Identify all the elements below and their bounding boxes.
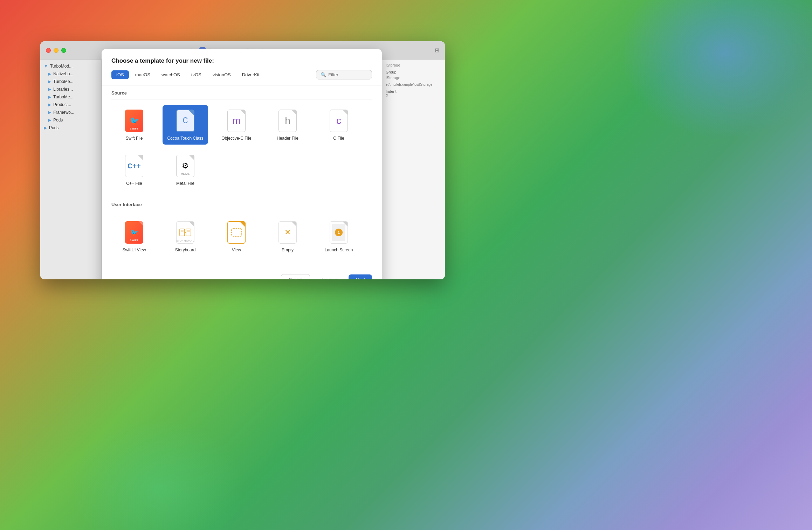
tab-bar: iOS macOS watchOS tvOS visionOS DriverKi… [111,70,372,79]
folder-icon: ▶ [48,87,51,92]
tab-ios[interactable]: iOS [111,70,129,79]
template-c-file[interactable]: c C File [316,105,362,145]
swiftui-view-label: SwiftUI View [122,247,146,253]
sidebar: ▼ TurboMod... ▶ NativeLo... ▶ TurboMe...… [40,60,102,279]
close-button[interactable] [46,48,51,53]
layout-toggle[interactable]: ⊞ [435,47,439,54]
template-header-file[interactable]: h Header File [265,105,310,145]
sidebar-item-turbome2[interactable]: ▶ TurboMe... [40,93,101,101]
group-label: Group [386,70,441,74]
template-launch-screen[interactable]: 1 Launch Screen [316,217,362,257]
right-panel: IStorage Group IStorage ef/tmp/leExample… [382,60,445,279]
sidebar-item-pods1[interactable]: ▶ Pods [40,116,101,124]
template-swift-file[interactable]: 🐦 SWIFT Swift File [111,105,157,145]
sidebar-label: TurboMe... [53,95,74,99]
titlebar-toolbar: ⊞ [435,47,439,54]
template-metal-file[interactable]: ⚙ METAL Metal File [163,150,208,190]
sidebar-item-nativelo[interactable]: ▶ NativeLo... [40,70,101,78]
tab-watchos[interactable]: watchOS [157,70,185,79]
template-storyboard[interactable]: STORYBOARD Storyboard [163,217,208,257]
header-file-icon: h [277,109,298,133]
view-label: View [232,247,241,253]
view-icon [226,220,247,245]
traffic-lights [46,48,66,53]
template-cocoa-touch-class[interactable]: C Cocoa Touch Class [163,105,208,145]
right-panel-label: IStorage [386,63,441,67]
swift-file-icon: 🐦 SWIFT [124,109,145,133]
sidebar-label: NativeLo... [53,71,73,76]
folder-icon: ▶ [48,110,51,115]
indent-label: Indent [386,89,441,93]
template-cpp-file[interactable]: C++ C++ File [111,150,157,190]
user-interface-section-label: User Interface [111,197,372,211]
storage-label: IStorage [386,76,441,80]
cpp-file-icon: C++ [124,154,145,178]
launch-screen-icon: 1 [328,220,349,245]
source-section-label: Source [111,85,372,99]
svg-rect-1 [181,230,184,232]
minimize-button[interactable] [54,48,59,53]
cocoa-touch-class-label: Cocoa Touch Class [167,136,203,141]
next-button[interactable]: Next [349,274,372,279]
swift-file-label: Swift File [126,136,143,141]
folder-icon: ▶ [48,118,51,123]
cocoa-touch-class-icon: C [175,109,196,133]
sidebar-item-framewo[interactable]: ▶ Framewo... [40,109,101,116]
template-empty[interactable]: ✕ Empty [265,217,310,257]
filter-container: 🔍 [316,70,372,79]
tab-driverkit[interactable]: DriverKit [237,70,264,79]
header-file-label: Header File [277,136,298,141]
objective-c-icon: m [226,109,247,133]
sidebar-item-turbome1[interactable]: ▶ TurboMe... [40,78,101,85]
modal-title: Choose a template for your new file: [111,57,372,64]
sidebar-item-turbomod[interactable]: ▼ TurboMod... [40,62,101,70]
sidebar-label: Pods [53,118,63,123]
folder-icon: ▶ [48,71,51,76]
filter-icon: 🔍 [321,72,326,77]
main-content: Choose a template for your new file: iOS… [102,60,382,279]
cpp-file-label: C++ File [126,181,142,187]
main-window: ▶ A TurboModule... › Finished runnin... … [40,41,445,279]
template-swiftui-view[interactable]: 🐦 SWIFT SwiftUI View [111,217,157,257]
sidebar-item-libraries[interactable]: ▶ Libraries... [40,85,101,93]
source-template-grid: 🐦 SWIFT Swift File C [111,105,372,190]
folder-icon: ▶ [44,125,47,130]
indent-value: 2 [386,93,441,98]
folder-icon: ▼ [44,64,48,69]
template-view[interactable]: View [214,217,259,257]
c-file-label: C File [333,136,344,141]
sidebar-label: Product... [53,102,71,107]
template-objective-c-file[interactable]: m Objective-C File [214,105,259,145]
filter-input[interactable] [328,72,367,77]
sidebar-item-pods2[interactable]: ▶ Pods [40,124,101,132]
template-dialog: Choose a template for your new file: iOS… [102,49,382,279]
ui-template-grid: 🐦 SWIFT SwiftUI View [111,217,372,257]
folder-icon: ▶ [48,102,51,107]
maximize-button[interactable] [61,48,66,53]
modal-body: Source 🐦 SWIFT Swift File [102,85,382,269]
previous-button: Previous [314,274,345,279]
swiftui-view-icon: 🐦 SWIFT [124,220,145,245]
objective-c-label: Objective-C File [221,136,251,141]
c-file-icon: c [328,109,349,133]
modal-overlay: Choose a template for your new file: iOS… [102,60,382,279]
tab-tvos[interactable]: tvOS [186,70,206,79]
svg-rect-4 [187,230,190,232]
tab-visionos[interactable]: visionOS [208,70,236,79]
path-label: ef/tmp/leExample/ios/IStorage [386,83,441,86]
cancel-button[interactable]: Cancel [281,274,310,279]
tab-macos[interactable]: macOS [130,70,155,79]
storyboard-icon: STORYBOARD [175,220,196,245]
sidebar-label: TurboMe... [53,79,74,84]
empty-icon: ✕ [277,220,298,245]
window-body: ▼ TurboMod... ▶ NativeLo... ▶ TurboMe...… [40,60,445,279]
modal-footer: Cancel Previous Next [102,269,382,279]
launch-screen-label: Launch Screen [325,247,353,253]
folder-icon: ▶ [48,95,51,99]
sidebar-label: Libraries... [53,87,73,92]
sidebar-label: TurboMod... [50,64,73,69]
sidebar-item-product[interactable]: ▶ Product... [40,101,101,109]
sidebar-label: Pods [49,125,59,130]
svg-rect-5 [232,229,241,236]
metal-file-label: Metal File [176,181,194,187]
